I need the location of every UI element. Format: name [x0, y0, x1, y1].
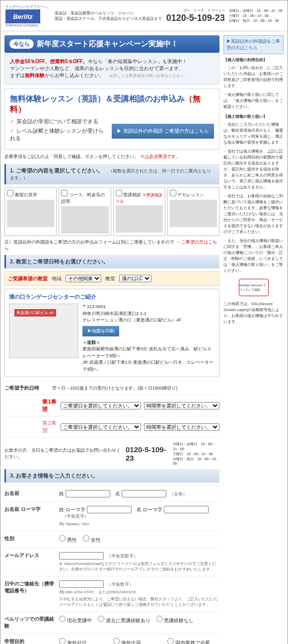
apply-box: 無料体験レッスン（英語）＆受講相談のお申込み（無料） 英会話の学習について相談で… [4, 88, 219, 150]
option-consult[interactable]: 受講相談 ※受講相談とは [113, 187, 165, 236]
time2-select[interactable]: 時間帯を選択してください。 [144, 423, 219, 431]
email-input[interactable] [59, 552, 104, 560]
apply-item: レベル診断と体験レッスンが受けられる [10, 127, 107, 142]
print-map-button[interactable]: ▶地図を印刷 [82, 326, 119, 336]
school-select[interactable]: 溝の口LC [119, 275, 151, 282]
promo-box: 入学金50％OFF、授業料5％OFF。今なら「春の短期集中レッスン」も実施中！ … [4, 53, 219, 84]
logo-sub: A Benesse Company [5, 23, 51, 27]
purpose-radios: 海外赴任 海外出張 国内業務で必要 趣味 海外旅行 就職・転職のため 昇進・昇格… [59, 638, 219, 644]
school-info-box: 溝の口ランゲージセンターのご紹介 東急溝の口駅ビル 4F 〒213-0001 神… [4, 289, 219, 377]
campaign-banner: 今なら 新年度スタート応援キャンペーン実施中！ [4, 35, 219, 53]
option-course[interactable]: コース、料金等の説明 [59, 187, 111, 236]
sidebar-foreign-link[interactable]: ▶英語以外の外国語をご希望の方はこちら [223, 35, 284, 54]
required-note: 必要事項をご記入の上「同意して確認」ボタンを押してください。 ※は必須事項です。 [4, 154, 219, 160]
phone-input[interactable] [59, 580, 104, 588]
option-demo[interactable]: デモレッスン [167, 187, 219, 236]
side-title: 【個人情報の取り扱い】 [223, 114, 284, 120]
header-text: 英会話・英会話教室のベルリッツ・ジャパン 英語・英会話スクール、子供英会話からビ… [55, 10, 162, 21]
foreign-lang-button[interactable]: ▶ 英語以外の外国語 ご希望の方はこちら [112, 124, 214, 139]
foreign-lang-note: 注）英語以外の外国語をご希望の方のお申込みフォームは別にご用意していますので →… [4, 239, 219, 252]
contact-text: お急ぎの方、当日をご希望の方はお電話でお問い合わせください。 [4, 447, 121, 460]
room-select: ご受講希望の教室 地域 その他関東 教室 溝の口LC [4, 271, 219, 286]
school-map: 東急溝の口駅ビル 4F [9, 304, 78, 358]
side-title: 【個人情報の利用目的】 [223, 57, 284, 63]
gender-female[interactable] [83, 535, 89, 542]
mei-roma-input[interactable] [164, 506, 209, 513]
gender-male[interactable] [59, 535, 66, 542]
phone-number: 0120-5-109-23 [126, 445, 168, 462]
date1-select[interactable]: ご希望日を選択してください。 [61, 402, 141, 409]
date2-select[interactable]: ご希望日を選択してください。 [61, 423, 141, 431]
phone-number: 0120-5-109-23 [166, 13, 225, 23]
logo: Berlitz [5, 9, 40, 23]
region-select[interactable]: その他関東 [66, 275, 101, 282]
hours: 月曜日～金曜日 10：00～21：00 土曜日 10：00～19：00 日曜日・… [229, 8, 283, 23]
option-tour[interactable]: 教室の見学 [4, 187, 57, 236]
section-3-title: 3. お客さま情報をご入力ください。 [4, 469, 219, 483]
sei-input[interactable] [66, 490, 110, 497]
time1-select[interactable]: 時間帯を選択してください。 [144, 402, 219, 409]
mei-input[interactable] [122, 490, 166, 497]
ssl-note: この画面では、SSL(Secure Socket Layer)の自動暗号化により… [223, 301, 284, 325]
apply-item: 英会話の学習について相談できる [10, 118, 107, 125]
section-2-title: 2. 教室とご希望日時をお選びください。 [4, 255, 219, 268]
phone-block: ゴー トーク トゥーミー 0120-5-109-23 [166, 8, 225, 23]
verisign-seal[interactable]: VeriSign Secured クリックして確認 [239, 279, 269, 296]
logo-tagline: ランゲージバリアフリーへ。 [5, 4, 51, 9]
apply-title: 無料体験レッスン（英語）＆受講相談のお申込み（無料） [10, 94, 214, 115]
sei-roma-input[interactable] [87, 506, 132, 513]
header: ランゲージバリアフリーへ。 Berlitz A Benesse Company … [0, 0, 288, 31]
section-1-title: 1. ご希望の内容を選択してください。（複数を選択された方は、同一日でのご案内と… [4, 164, 219, 184]
schedule-label: ご希望予約日時 [4, 385, 49, 392]
